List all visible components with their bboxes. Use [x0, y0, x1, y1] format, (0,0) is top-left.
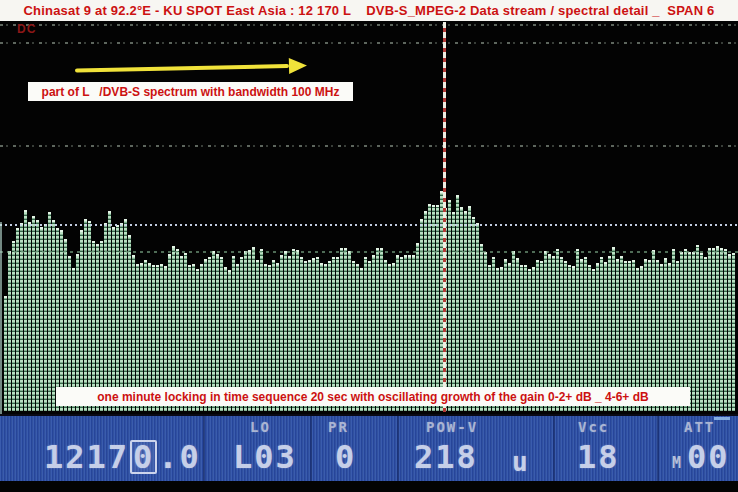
statusbar-divider: [203, 416, 205, 481]
dc-label: DC: [17, 22, 36, 36]
pr-value[interactable]: 0: [335, 440, 356, 474]
pow-unit: u: [512, 447, 528, 477]
statusbar-divider: [553, 416, 555, 481]
vcc-label: Vcc: [578, 419, 609, 435]
vcc-value[interactable]: 18: [577, 440, 620, 474]
att-label: ATT: [684, 419, 715, 435]
frequency-suffix: .0: [158, 438, 201, 476]
reference-line-top: [0, 24, 738, 26]
pr-label: PR: [328, 419, 349, 435]
locking-note: one minute locking in time sequence 20 s…: [56, 387, 690, 406]
lo-label: LO: [250, 419, 271, 435]
bandwidth-note: part of L /DVB-S spectrum with bandwidth…: [28, 82, 353, 101]
statusbar-tick-mark: [714, 417, 730, 420]
frequency-prefix: 1217: [44, 438, 129, 476]
att-value[interactable]: 00: [687, 440, 730, 474]
peak-level-line: [0, 224, 738, 226]
lo-value[interactable]: L03: [233, 440, 297, 474]
arrow-head-icon: [289, 58, 307, 74]
statusbar-divider: [310, 416, 312, 481]
spectrum-analyzer-screen: DC part of L /DVB-S spectrum with bandwi…: [0, 0, 738, 492]
bandwidth-note-text: part of L /DVB-S spectrum with bandwidth…: [42, 85, 340, 99]
frequency-cursor-digit[interactable]: 0: [130, 440, 157, 474]
status-bar: 12170.0 LO L03 PR 0 POW-V 218 u Vcc 18 A…: [0, 414, 738, 481]
frequency-field[interactable]: 12170.0: [44, 440, 201, 474]
pow-value[interactable]: 218: [414, 440, 478, 474]
arrow-shaft: [75, 64, 289, 72]
pow-label: POW-V: [426, 419, 478, 435]
average-level-line: [0, 251, 738, 253]
att-mode: M: [672, 454, 681, 472]
reference-line-upper: [0, 42, 738, 44]
locking-note-text: one minute locking in time sequence 20 s…: [97, 390, 648, 404]
statusbar-divider: [397, 416, 399, 481]
statusbar-divider: [657, 416, 659, 481]
center-frequency-marker: [443, 22, 446, 412]
reference-line-mid: [0, 145, 738, 147]
